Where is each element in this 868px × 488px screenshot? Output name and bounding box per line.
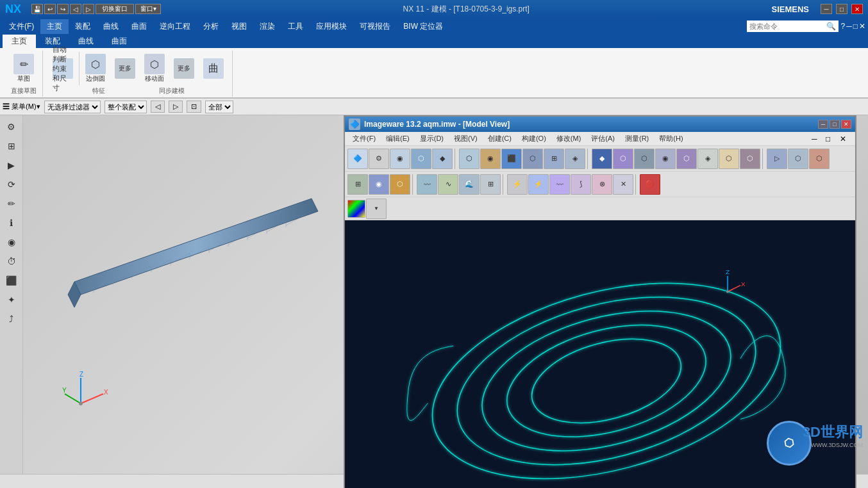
iw-menu-build[interactable]: 构建(O) <box>517 133 551 145</box>
iw-menu-max2[interactable]: □ <box>826 134 839 143</box>
edge-blend-button[interactable]: ⬡ 边倒圆 <box>82 52 109 85</box>
menu-biw[interactable]: BIW 定位器 <box>397 19 449 34</box>
iw-tb-btn-r2-1[interactable]: ⊞ <box>347 174 368 195</box>
menu-assembly[interactable]: 装配 <box>69 19 97 34</box>
iw-tb-btn-r2-12[interactable]: ⊗ <box>592 174 612 195</box>
ribbon-tab-surface[interactable]: 曲面 <box>103 35 136 48</box>
menu-file[interactable]: 文件(F) <box>3 19 40 34</box>
nx-close-button[interactable]: ✕ <box>851 4 863 14</box>
iw-tb-btn-r2-14[interactable]: 🚫 <box>640 174 660 195</box>
menu-app[interactable]: 应用模块 <box>310 19 353 34</box>
sidebar-nav-icon[interactable]: ▶ <box>3 156 21 174</box>
sidebar-camera-icon[interactable]: ◉ <box>3 233 21 251</box>
surface-button[interactable]: 曲 <box>200 56 227 81</box>
move-face-button[interactable]: ⬡ 移动面 <box>141 52 168 85</box>
iw-palette-arrow-btn[interactable]: ▼ <box>366 199 387 219</box>
iw-tb-btn-5[interactable]: ◆ <box>432 149 453 169</box>
menu-curve[interactable]: 曲线 <box>97 19 125 34</box>
menu-reverse[interactable]: 逆向工程 <box>153 19 197 34</box>
menu-analysis[interactable]: 分析 <box>197 19 225 34</box>
menu-report[interactable]: 可视报告 <box>353 19 397 34</box>
sketch-button[interactable]: ✏ 草图 <box>10 52 37 85</box>
sidebar-settings-icon[interactable]: ⚙ <box>3 118 21 136</box>
iw-menu-file[interactable]: 文件(F) <box>347 133 381 145</box>
iw-tb-btn-14[interactable]: ⬡ <box>634 149 655 169</box>
menu-view[interactable]: 视图 <box>225 19 253 34</box>
iw-tb-btn-3[interactable]: ◉ <box>390 149 410 169</box>
iw-tb-btn-13[interactable]: ⬡ <box>613 149 633 169</box>
iw-tb-btn-r2-3[interactable]: ⬡ <box>390 174 410 195</box>
back-button[interactable]: ◁ <box>70 4 81 14</box>
ribbon-tab-curve[interactable]: 曲线 <box>69 35 103 48</box>
nx-min2-button[interactable]: ─ <box>846 22 852 31</box>
menu-surface[interactable]: 曲面 <box>125 19 153 34</box>
iw-tb-btn-r2-6[interactable]: 🌊 <box>459 174 480 195</box>
iw-tb-btn-20[interactable]: ▷ <box>767 149 787 169</box>
assembly-select[interactable]: 整个装配 <box>104 101 147 113</box>
iw-tb-btn-r2-13[interactable]: ✕ <box>613 174 633 195</box>
menu-home[interactable]: 主页 <box>40 19 69 34</box>
sidebar-edit-icon[interactable]: ✏ <box>3 195 21 213</box>
iw-tb-btn-18[interactable]: ⬡ <box>719 149 739 169</box>
more-sync-button[interactable]: 更多 <box>171 56 197 81</box>
iw-tb-btn-4[interactable]: ⬡ <box>411 149 431 169</box>
nx-minimize-button[interactable]: ─ <box>821 4 832 14</box>
menu-render[interactable]: 渲染 <box>253 19 281 34</box>
iw-tb-btn-1[interactable]: 🔷 <box>347 149 368 169</box>
selection-filter-select[interactable]: 无选择过滤器 <box>44 101 101 113</box>
iw-close-button[interactable]: ✕ <box>841 120 851 129</box>
nx-max2-button[interactable]: □ <box>853 22 858 31</box>
iw-color-palette-btn[interactable] <box>347 200 365 218</box>
quicksave-button[interactable]: 💾 <box>31 4 43 14</box>
iw-tb-btn-10[interactable]: ⊞ <box>544 149 564 169</box>
iw-tb-btn-r2-9[interactable]: ⚡ <box>528 174 549 195</box>
help-button[interactable]: ? <box>841 22 846 31</box>
iw-tb-btn-r2-2[interactable]: ◉ <box>369 174 389 195</box>
iw-menu-measure[interactable]: 测量(R) <box>620 133 654 145</box>
nx-close2-button[interactable]: ✕ <box>859 22 865 31</box>
nx-search-input[interactable] <box>749 22 826 30</box>
iw-tb-btn-r2-7[interactable]: ⊞ <box>480 174 501 195</box>
iw-menu-close2[interactable]: ✕ <box>840 134 853 143</box>
more-features-button[interactable]: 更多 <box>112 56 138 81</box>
iw-menu-display[interactable]: 显示(D) <box>415 133 449 145</box>
iw-menu-view[interactable]: 视图(V) <box>449 133 483 145</box>
sidebar-star-icon[interactable]: ✦ <box>3 291 21 309</box>
iw-menu-help[interactable]: 帮助(H) <box>654 133 688 145</box>
iw-tb-btn-2[interactable]: ⚙ <box>369 149 389 169</box>
iw-tb-btn-22[interactable]: ⬡ <box>809 149 830 169</box>
iw-tb-btn-15[interactable]: ◉ <box>655 149 676 169</box>
iw-tb-btn-r2-11[interactable]: ⟆ <box>571 174 591 195</box>
sidebar-time-icon[interactable]: ⏱ <box>3 252 21 270</box>
range-button[interactable]: ⊡ <box>187 101 201 113</box>
iw-tb-btn-8[interactable]: ⬛ <box>501 149 522 169</box>
iw-menu-modify[interactable]: 修改(M) <box>551 133 587 145</box>
menu-tools[interactable]: 工具 <box>281 19 310 34</box>
switch-window-button[interactable]: 切换窗口 <box>96 4 134 14</box>
iw-restore-button[interactable]: □ <box>830 120 840 129</box>
redo-button[interactable]: ↪ <box>57 4 69 14</box>
ribbon-tab-home[interactable]: 主页 <box>3 35 36 48</box>
iw-tb-btn-r2-5[interactable]: ∿ <box>438 174 458 195</box>
iw-menu-edit[interactable]: 编辑(E) <box>381 133 415 145</box>
iw-tb-btn-11[interactable]: ◈ <box>565 149 585 169</box>
iw-tb-btn-6[interactable]: ⬡ <box>459 149 480 169</box>
nx-maximize-button[interactable]: □ <box>836 4 847 14</box>
iw-tb-btn-12[interactable]: ◆ <box>592 149 612 169</box>
sidebar-history-icon[interactable]: ⟳ <box>3 175 21 193</box>
sidebar-color-icon[interactable]: ⬛ <box>3 272 21 289</box>
iw-tb-btn-17[interactable]: ◈ <box>697 149 718 169</box>
range-select[interactable]: 全部 <box>205 101 233 113</box>
auto-constraint-button[interactable]: 自动判断约束和尺寸 <box>49 56 76 81</box>
sidebar-grid-icon[interactable]: ⊞ <box>3 137 21 155</box>
iw-tb-btn-7[interactable]: ◉ <box>480 149 501 169</box>
iw-minimize-button[interactable]: ─ <box>818 120 828 129</box>
iw-menu-evaluate[interactable]: 评估(A) <box>586 133 620 145</box>
nx-search-box[interactable]: 🔍 <box>747 20 839 32</box>
iw-tb-btn-r2-8[interactable]: ⚡ <box>507 174 528 195</box>
iw-tb-btn-21[interactable]: ⬡ <box>788 149 808 169</box>
iw-tb-btn-r2-10[interactable]: 〰 <box>549 174 570 195</box>
iw-menu-create[interactable]: 创建(C) <box>483 133 517 145</box>
iw-tb-btn-9[interactable]: ⬡ <box>522 149 543 169</box>
iw-tb-btn-16[interactable]: ⬡ <box>676 149 697 169</box>
